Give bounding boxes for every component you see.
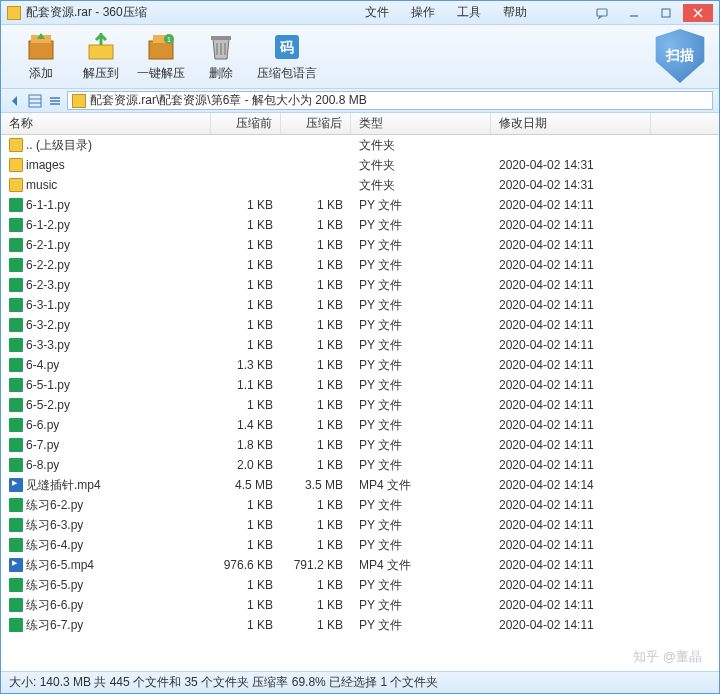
file-row[interactable]: 6-2-2.py1 KB1 KBPY 文件2020-04-02 14:11	[1, 255, 719, 275]
svg-rect-5	[29, 41, 53, 59]
file-size-after: 1 KB	[281, 618, 351, 632]
file-row[interactable]: 练习6-5.mp4976.6 KB791.2 KBMP4 文件2020-04-0…	[1, 555, 719, 575]
py-icon	[9, 278, 23, 292]
minimize-button[interactable]	[619, 4, 649, 22]
file-type: PY 文件	[351, 257, 491, 274]
py-icon	[9, 518, 23, 532]
file-size-before: 1 KB	[211, 538, 281, 552]
file-name: 6-4.py	[26, 358, 59, 372]
file-size-before: 976.6 KB	[211, 558, 281, 572]
extract-icon	[85, 31, 117, 63]
file-row[interactable]: 练习6-7.py1 KB1 KBPY 文件2020-04-02 14:11	[1, 615, 719, 635]
py-icon	[9, 198, 23, 212]
py-icon	[9, 438, 23, 452]
file-name: 6-2-3.py	[26, 278, 70, 292]
file-type: 文件夹	[351, 157, 491, 174]
py-icon	[9, 498, 23, 512]
file-size-before: 1 KB	[211, 298, 281, 312]
file-name: 练习6-6.py	[26, 597, 83, 614]
file-type: PY 文件	[351, 297, 491, 314]
file-row[interactable]: 练习6-5.py1 KB1 KBPY 文件2020-04-02 14:11	[1, 575, 719, 595]
back-button[interactable]	[7, 93, 23, 109]
column-headers: 名称 压缩前 压缩后 类型 修改日期	[1, 113, 719, 135]
header-date[interactable]: 修改日期	[491, 113, 651, 134]
scan-label: 扫描	[666, 47, 694, 65]
delete-button[interactable]: 删除	[191, 31, 251, 82]
file-row[interactable]: 练习6-3.py1 KB1 KBPY 文件2020-04-02 14:11	[1, 515, 719, 535]
file-row[interactable]: 6-2-3.py1 KB1 KBPY 文件2020-04-02 14:11	[1, 275, 719, 295]
file-name: 练习6-5.py	[26, 577, 83, 594]
file-name: 6-1-1.py	[26, 198, 70, 212]
file-row[interactable]: 6-1-1.py1 KB1 KBPY 文件2020-04-02 14:11	[1, 195, 719, 215]
file-row[interactable]: 6-7.py1.8 KB1 KBPY 文件2020-04-02 14:11	[1, 435, 719, 455]
file-size-after: 1 KB	[281, 318, 351, 332]
file-row[interactable]: 练习6-6.py1 KB1 KBPY 文件2020-04-02 14:11	[1, 595, 719, 615]
file-type: PY 文件	[351, 217, 491, 234]
compress-lang-label: 压缩包语言	[257, 65, 317, 82]
file-row[interactable]: 练习6-2.py1 KB1 KBPY 文件2020-04-02 14:11	[1, 495, 719, 515]
file-list[interactable]: .. (上级目录)文件夹images文件夹2020-04-02 14:31mus…	[1, 135, 719, 671]
scan-button[interactable]: 扫描	[653, 29, 707, 83]
file-row[interactable]: .. (上级目录)文件夹	[1, 135, 719, 155]
menu-file[interactable]: 文件	[365, 4, 389, 21]
file-type: PY 文件	[351, 337, 491, 354]
file-row[interactable]: 6-3-3.py1 KB1 KBPY 文件2020-04-02 14:11	[1, 335, 719, 355]
file-size-before: 1.8 KB	[211, 438, 281, 452]
file-date: 2020-04-02 14:11	[491, 558, 651, 572]
header-name[interactable]: 名称	[1, 113, 211, 134]
py-icon	[9, 318, 23, 332]
header-before[interactable]: 压缩前	[211, 113, 281, 134]
file-row[interactable]: images文件夹2020-04-02 14:31	[1, 155, 719, 175]
file-row[interactable]: 6-4.py1.3 KB1 KBPY 文件2020-04-02 14:11	[1, 355, 719, 375]
feedback-button[interactable]	[587, 4, 617, 22]
file-size-after: 1 KB	[281, 338, 351, 352]
file-row[interactable]: 6-6.py1.4 KB1 KBPY 文件2020-04-02 14:11	[1, 415, 719, 435]
file-row[interactable]: 练习6-4.py1 KB1 KBPY 文件2020-04-02 14:11	[1, 535, 719, 555]
file-row[interactable]: 6-1-2.py1 KB1 KBPY 文件2020-04-02 14:11	[1, 215, 719, 235]
folder-icon	[9, 178, 23, 192]
menu-help[interactable]: 帮助	[503, 4, 527, 21]
menu-tool[interactable]: 工具	[457, 4, 481, 21]
header-type[interactable]: 类型	[351, 113, 491, 134]
file-size-after: 1 KB	[281, 198, 351, 212]
folder-icon	[9, 138, 23, 152]
file-name: 练习6-3.py	[26, 517, 83, 534]
file-name: music	[26, 178, 57, 192]
file-date: 2020-04-02 14:11	[491, 438, 651, 452]
file-name: 6-5-1.py	[26, 378, 70, 392]
file-type: PY 文件	[351, 617, 491, 634]
maximize-button[interactable]	[651, 4, 681, 22]
file-row[interactable]: 6-3-1.py1 KB1 KBPY 文件2020-04-02 14:11	[1, 295, 719, 315]
file-size-before: 4.5 MB	[211, 478, 281, 492]
file-size-before: 1.4 KB	[211, 418, 281, 432]
file-row[interactable]: 6-2-1.py1 KB1 KBPY 文件2020-04-02 14:11	[1, 235, 719, 255]
file-row[interactable]: music文件夹2020-04-02 14:31	[1, 175, 719, 195]
oneclick-button[interactable]: 1 一键解压	[131, 31, 191, 82]
svg-text:码: 码	[279, 39, 294, 55]
file-date: 2020-04-02 14:14	[491, 478, 651, 492]
file-size-after: 1 KB	[281, 458, 351, 472]
close-button[interactable]	[683, 4, 713, 22]
header-after[interactable]: 压缩后	[281, 113, 351, 134]
add-button[interactable]: 添加	[11, 31, 71, 82]
file-type: PY 文件	[351, 437, 491, 454]
file-row[interactable]: 6-5-2.py1 KB1 KBPY 文件2020-04-02 14:11	[1, 395, 719, 415]
file-size-after: 1 KB	[281, 438, 351, 452]
file-name: .. (上级目录)	[26, 137, 92, 154]
file-size-before: 1 KB	[211, 618, 281, 632]
file-row[interactable]: 见缝插针.mp44.5 MB3.5 MBMP4 文件2020-04-02 14:…	[1, 475, 719, 495]
file-row[interactable]: 6-8.py2.0 KB1 KBPY 文件2020-04-02 14:11	[1, 455, 719, 475]
py-icon	[9, 358, 23, 372]
extract-button[interactable]: 解压到	[71, 31, 131, 82]
file-size-before: 1 KB	[211, 198, 281, 212]
menu-op[interactable]: 操作	[411, 4, 435, 21]
svg-rect-18	[29, 95, 41, 107]
view-options-button[interactable]	[47, 93, 63, 109]
path-box[interactable]: 配套资源.rar\配套资源\第6章 - 解包大小为 200.8 MB	[67, 91, 713, 110]
file-row[interactable]: 6-5-1.py1.1 KB1 KBPY 文件2020-04-02 14:11	[1, 375, 719, 395]
file-name: 6-1-2.py	[26, 218, 70, 232]
window-title: 配套资源.rar - 360压缩	[26, 4, 147, 21]
file-row[interactable]: 6-3-2.py1 KB1 KBPY 文件2020-04-02 14:11	[1, 315, 719, 335]
compress-lang-button[interactable]: 码 压缩包语言	[251, 31, 323, 82]
view-list-button[interactable]	[27, 93, 43, 109]
